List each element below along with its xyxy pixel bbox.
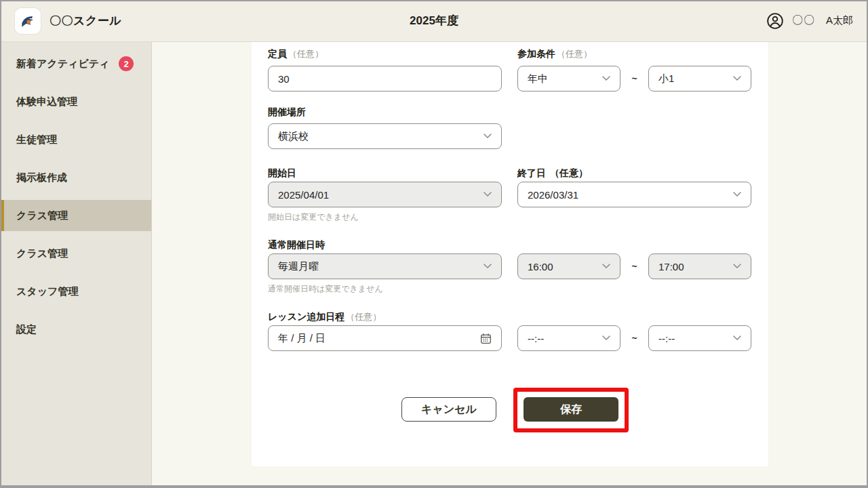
chevron-down-icon xyxy=(602,336,610,341)
optional-tag: （任意） xyxy=(550,167,588,178)
chevron-down-icon xyxy=(733,264,741,269)
user-name: A太郎 xyxy=(826,14,853,27)
range-separator: ~ xyxy=(620,333,648,344)
fiscal-year-title: 2025年度 xyxy=(0,13,868,28)
app-header: 〇〇スクール 2025年度 〇〇 A太郎 xyxy=(0,0,868,42)
app-title: 〇〇スクール xyxy=(50,13,121,28)
sidebar-item-label: 生徒管理 xyxy=(16,134,57,146)
chevron-down-icon xyxy=(733,336,741,341)
sidebar-item-class-management[interactable]: クラス管理 xyxy=(0,238,151,269)
sidebar-item-new-activity[interactable]: 新着アクティビティ 2 xyxy=(0,48,151,79)
sidebar-item-label: 掲示板作成 xyxy=(16,171,67,184)
regular-time-from-select-disabled: 16:00 xyxy=(517,253,620,279)
app-brand[interactable]: 〇〇スクール xyxy=(15,8,121,34)
calendar-icon[interactable] xyxy=(480,333,492,344)
chevron-down-icon xyxy=(733,76,741,81)
optional-tag: （任意） xyxy=(288,49,323,59)
extra-time-to-select[interactable]: --:-- xyxy=(648,325,751,351)
range-separator: ~ xyxy=(620,73,648,84)
person-circle-icon xyxy=(766,12,784,30)
sidebar-item-label: クラス管理 xyxy=(16,209,68,222)
user-org-label: 〇〇 xyxy=(792,14,815,28)
regular-schedule-helper-text: 通常開催日時は変更できません xyxy=(268,283,383,295)
class-edit-form: 定員（任意） 参加条件（任意） 年中 ~ 小1 開催場所 横浜校 開始日 202… xyxy=(252,42,768,466)
sidebar-item-label: 体験申込管理 xyxy=(16,96,77,108)
condition-to-select[interactable]: 小1 xyxy=(648,66,751,92)
extra-lesson-date-input[interactable]: 年 / 月 / 日 xyxy=(268,325,502,351)
sidebar-item-staff-management[interactable]: スタッフ管理 xyxy=(0,276,151,307)
regular-day-select-disabled: 毎週月曜 xyxy=(268,253,502,279)
start-date-helper-text: 開始日は変更できません xyxy=(268,211,359,223)
chevron-down-icon xyxy=(484,264,492,269)
notification-badge: 2 xyxy=(119,56,134,71)
start-date-label: 開始日 xyxy=(268,167,296,178)
condition-from-select[interactable]: 年中 xyxy=(517,66,620,92)
sidebar-item-label: スタッフ管理 xyxy=(16,285,78,298)
sidebar-nav: 新着アクティビティ 2 体験申込管理 生徒管理 掲示板作成 クラス管理 クラス管… xyxy=(0,42,152,488)
optional-tag: （任意） xyxy=(346,312,381,322)
chevron-down-icon xyxy=(602,76,610,81)
sidebar-item-settings[interactable]: 設定 xyxy=(0,314,151,345)
capacity-label: 定員（任意） xyxy=(268,48,323,59)
location-label: 開催場所 xyxy=(268,106,306,117)
sidebar-item-trial-applications[interactable]: 体験申込管理 xyxy=(0,86,151,117)
chevron-down-icon xyxy=(484,192,492,197)
condition-label: 参加条件（任意） xyxy=(517,48,592,59)
user-menu[interactable]: 〇〇 A太郎 xyxy=(766,12,853,30)
sidebar-item-label: クラス管理 xyxy=(16,247,68,260)
regular-time-to-select-disabled: 17:00 xyxy=(648,253,751,279)
location-select[interactable]: 横浜校 xyxy=(268,123,502,149)
end-date-select[interactable]: 2026/03/31 xyxy=(517,182,751,207)
extra-time-from-select[interactable]: --:-- xyxy=(517,325,620,351)
save-button[interactable]: 保存 xyxy=(524,397,618,422)
extra-lesson-label: レッスン追加日程（任意） xyxy=(268,311,381,322)
capacity-input[interactable] xyxy=(268,66,502,92)
chevron-down-icon xyxy=(733,192,741,197)
sidebar-item-student-management[interactable]: 生徒管理 xyxy=(0,124,151,155)
school-logo-icon xyxy=(15,8,41,34)
cancel-button[interactable]: キャンセル xyxy=(401,397,496,422)
sidebar-item-label: 設定 xyxy=(16,323,37,336)
chevron-down-icon xyxy=(602,264,610,269)
chevron-down-icon xyxy=(484,134,492,139)
range-separator: ~ xyxy=(620,261,648,272)
sidebar-item-class-management-active[interactable]: クラス管理 xyxy=(0,200,151,231)
start-date-select-disabled: 2025/04/01 xyxy=(268,182,502,207)
optional-tag: （任意） xyxy=(557,49,592,59)
regular-schedule-label: 通常開催日時 xyxy=(268,239,325,250)
sidebar-item-board-creation[interactable]: 掲示板作成 xyxy=(0,162,151,193)
sidebar-item-label: 新着アクティビティ xyxy=(16,58,109,70)
end-date-label: 終了日 （任意） xyxy=(517,167,588,178)
